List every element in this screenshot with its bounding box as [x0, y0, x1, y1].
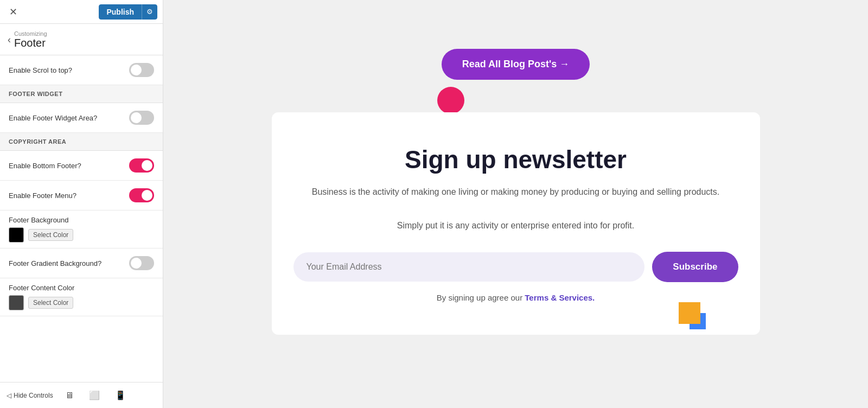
- hide-controls-icon: ◁: [7, 392, 11, 399]
- newsletter-form: Subscribe: [293, 252, 738, 282]
- footer-bg-swatch: [9, 227, 24, 243]
- newsletter-desc-1: Business is the activity of making one l…: [293, 185, 738, 199]
- breadcrumb: ‹ Customizing Footer: [0, 24, 163, 55]
- footer-menu-slider: [129, 188, 154, 202]
- footer-content-swatch: [9, 295, 24, 310]
- scroll-to-top-slider: [129, 63, 154, 77]
- footer-gradient-label: Footer Gradient Background?: [9, 259, 101, 267]
- newsletter-desc-2: Simply put it is any activity or enterpr…: [293, 219, 738, 233]
- footer-widget-slider: [129, 111, 154, 125]
- publish-gear-button[interactable]: ⚙: [142, 4, 157, 20]
- bottom-footer-label: Enable Bottom Footer?: [9, 162, 81, 170]
- desktop-icon: 🖥: [65, 391, 74, 400]
- footer-bg-color-row: Footer Background Select Color: [0, 211, 163, 248]
- bottom-footer-slider: [129, 158, 154, 173]
- footer-content-color-row: Footer Content Color Select Color: [0, 278, 163, 316]
- newsletter-title: Sign up newsletter: [293, 145, 738, 174]
- left-panel: ✕ Publish ⚙ ‹ Customizing Footer Enable …: [0, 0, 163, 408]
- footer-widget-label: Enable Footer Widget Area?: [9, 114, 97, 122]
- preview-panel: Read All Blog Post's → Sign up newslette…: [163, 0, 868, 408]
- panel-content: Enable Scrol to top? FOOTER WIDGET Enabl…: [0, 55, 163, 382]
- footer-bg-color-button[interactable]: Select Color: [9, 227, 154, 243]
- terms-text: By signing up agree our Terms & Services…: [293, 293, 738, 302]
- bottom-footer-row: Enable Bottom Footer?: [0, 151, 163, 181]
- footer-bg-label: Footer Background: [9, 216, 154, 224]
- footer-content-select-label: Select Color: [28, 297, 73, 309]
- subscribe-button[interactable]: Subscribe: [652, 252, 738, 282]
- breadcrumb-title: Footer: [14, 37, 47, 49]
- back-button[interactable]: ‹: [8, 34, 11, 46]
- scroll-to-top-toggle[interactable]: [129, 63, 154, 77]
- footer-menu-toggle[interactable]: [129, 188, 154, 202]
- copyright-area-header: COPYRIGHT AREA: [0, 133, 163, 151]
- footer-widget-header: FOOTER WIDGET: [0, 85, 163, 103]
- footer-widget-toggle[interactable]: [129, 111, 154, 125]
- publish-button[interactable]: Publish: [99, 4, 142, 20]
- footer-bg-select-label: Select Color: [28, 229, 73, 241]
- hide-controls-label: Hide Controls: [14, 392, 53, 399]
- breadcrumb-sub: Customizing: [14, 30, 47, 37]
- pink-circle-decoration: [437, 87, 464, 114]
- newsletter-section: Sign up newsletter Business is the activ…: [272, 112, 760, 335]
- scroll-to-top-label: Enable Scrol to top?: [9, 66, 72, 74]
- terms-link[interactable]: Terms & Services.: [525, 293, 595, 302]
- corner-decoration: [679, 302, 700, 324]
- tablet-device-button[interactable]: ⬜: [86, 388, 103, 403]
- desktop-device-button[interactable]: 🖥: [62, 388, 77, 403]
- mobile-device-button[interactable]: 📱: [112, 388, 129, 403]
- footer-menu-row: Enable Footer Menu?: [0, 181, 163, 211]
- read-blog-button[interactable]: Read All Blog Post's →: [442, 49, 590, 80]
- footer-content-color-button[interactable]: Select Color: [9, 295, 154, 310]
- bottom-footer-toggle[interactable]: [129, 158, 154, 173]
- email-input[interactable]: [293, 252, 645, 282]
- close-button[interactable]: ✕: [5, 4, 21, 20]
- footer-gradient-toggle[interactable]: [129, 256, 154, 270]
- yellow-square: [679, 302, 700, 324]
- tablet-icon: ⬜: [89, 391, 100, 400]
- hide-controls-button[interactable]: ◁ Hide Controls: [7, 392, 53, 399]
- footer-menu-label: Enable Footer Menu?: [9, 192, 76, 200]
- bottom-bar: ◁ Hide Controls 🖥 ⬜ 📱: [0, 382, 163, 408]
- top-bar: ✕ Publish ⚙: [0, 0, 163, 24]
- footer-content-color-label: Footer Content Color: [9, 284, 154, 292]
- footer-gradient-slider: [129, 256, 154, 270]
- scroll-to-top-row: Enable Scrol to top?: [0, 55, 163, 85]
- footer-gradient-row: Footer Gradient Background?: [0, 248, 163, 278]
- footer-widget-row: Enable Footer Widget Area?: [0, 103, 163, 133]
- mobile-icon: 📱: [115, 391, 126, 400]
